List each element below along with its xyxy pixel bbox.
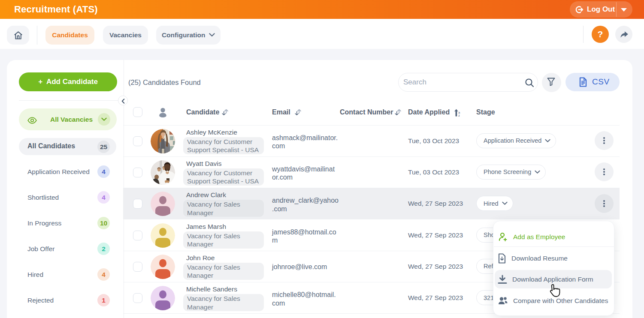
svg-text:a: a — [458, 111, 460, 114]
svg-text:z: z — [458, 114, 460, 117]
